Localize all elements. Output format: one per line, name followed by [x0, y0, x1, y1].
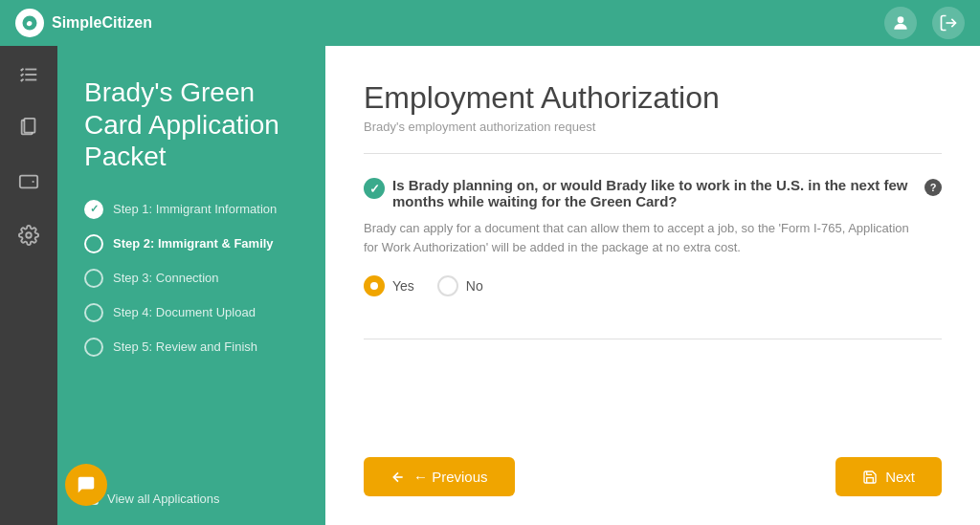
next-label: Next: [885, 469, 915, 485]
yes-label: Yes: [392, 278, 414, 294]
page-subtitle: Brady's employment authorization request: [364, 120, 942, 134]
chat-button[interactable]: [65, 464, 107, 506]
logo-icon: [15, 9, 44, 37]
bottom-navigation: ← Previous Next: [364, 448, 942, 496]
checklist-icon[interactable]: [11, 57, 46, 92]
top-divider: [364, 153, 942, 154]
question-text: ✓ Is Brady planning on, or would Brady l…: [364, 177, 942, 209]
save-icon: [862, 470, 878, 485]
logo-area: SimpleCitizen: [15, 9, 152, 37]
svg-point-1: [898, 16, 904, 23]
step-3-indicator: [84, 269, 103, 288]
yes-radio-button[interactable]: [364, 275, 385, 296]
main-layout: Brady's Green Card Application Packet St…: [0, 46, 980, 525]
application-title: Brady's Green Card Application Packet: [84, 77, 299, 173]
arrow-left-icon: [390, 470, 406, 485]
step-4-label: Step 4: Document Upload: [113, 305, 256, 319]
left-panel: Brady's Green Card Application Packet St…: [57, 46, 325, 525]
svg-rect-8: [20, 176, 37, 188]
settings-icon[interactable]: [11, 218, 46, 252]
step-1-indicator: [84, 200, 103, 219]
main-content-area: Employment Authorization Brady's employm…: [325, 46, 980, 525]
step-4-item[interactable]: Step 4: Document Upload: [84, 303, 299, 322]
step-5-indicator: [84, 338, 103, 357]
question-description: Brady can apply for a document that can …: [364, 219, 919, 256]
step-5-item[interactable]: Step 5: Review and Finish: [84, 338, 299, 357]
question-area: ✓ Is Brady planning on, or would Brady l…: [364, 177, 942, 319]
app-name: SimpleCitizen: [52, 14, 152, 32]
next-button[interactable]: Next: [835, 457, 942, 496]
svg-rect-7: [24, 119, 34, 133]
page-title: Employment Authorization: [364, 80, 942, 116]
view-all-applications-link[interactable]: View all Applications: [84, 491, 299, 506]
radio-group: Yes No: [364, 275, 942, 296]
previous-button[interactable]: ← Previous: [364, 457, 515, 496]
documents-icon[interactable]: [11, 111, 46, 145]
no-option[interactable]: No: [437, 275, 483, 296]
steps-list: Step 1: Immigrant Information Step 2: Im…: [84, 200, 299, 357]
step-3-label: Step 3: Connection: [113, 271, 219, 285]
step-2-indicator: [84, 234, 103, 253]
step-1-label: Step 1: Immigrant Information: [113, 202, 277, 216]
step-5-label: Step 5: Review and Finish: [113, 339, 257, 354]
step-1-item[interactable]: Step 1: Immigrant Information: [84, 200, 299, 219]
check-circle-icon: ✓: [364, 178, 385, 199]
question-label: Is Brady planning on, or would Brady lik…: [392, 177, 917, 209]
bottom-divider: [364, 339, 942, 339]
view-all-label: View all Applications: [107, 492, 220, 506]
wallet-icon[interactable]: [11, 164, 46, 199]
nav-icons-area: [884, 7, 965, 39]
sidebar-icons: [0, 46, 57, 525]
help-icon[interactable]: ?: [924, 179, 942, 196]
chat-icon: [76, 474, 97, 495]
step-3-item[interactable]: Step 3: Connection: [84, 269, 299, 288]
yes-option[interactable]: Yes: [364, 275, 414, 296]
no-label: No: [466, 278, 483, 294]
previous-label: ← Previous: [413, 469, 488, 485]
user-profile-button[interactable]: [884, 7, 917, 39]
step-2-label: Step 2: Immigrant & Family: [113, 236, 274, 251]
step-4-indicator: [84, 303, 103, 322]
step-2-item[interactable]: Step 2: Immigrant & Family: [84, 234, 299, 253]
no-radio-button[interactable]: [437, 275, 458, 296]
logout-button[interactable]: [932, 7, 965, 39]
svg-point-9: [26, 232, 32, 238]
top-navigation: SimpleCitizen: [0, 0, 980, 46]
